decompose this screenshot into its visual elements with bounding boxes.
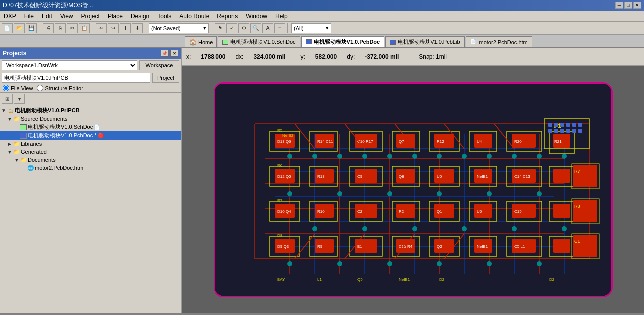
tb9[interactable]: ⬇ — [132, 23, 143, 33]
tb6[interactable]: ↩ — [96, 23, 107, 33]
tab-pcbLib[interactable]: 电机驱动模块V1.0.PcbLib — [385, 36, 464, 47]
docs-folder-icon: 📁 — [20, 156, 28, 163]
project-button[interactable]: Project — [152, 73, 179, 83]
tb3[interactable]: ⎘ — [55, 23, 66, 33]
sidebar-pin-button[interactable]: 📌 — [161, 50, 169, 57]
svg-point-110 — [312, 226, 317, 231]
tb10[interactable]: ⚑ — [215, 23, 225, 33]
dx-value: 324.000 mil — [253, 53, 285, 60]
tab-schDoc[interactable]: 电机驱动模块V1.0.SchDoc — [218, 36, 300, 47]
tb11[interactable]: ✓ — [226, 23, 237, 33]
structure-editor-radio[interactable]: Structure Editor — [37, 85, 83, 91]
sidebar-tb1[interactable]: ⊞ — [2, 94, 13, 104]
sidebar-header-controls: 📌 ✕ — [161, 50, 178, 57]
root-label: 电机驱动模块V1.0.PriPCB — [15, 107, 80, 114]
new-button[interactable]: 📄 — [2, 23, 13, 33]
tree-htm[interactable]: ► 🌐 motor2.PcbDoc.htm — [0, 164, 181, 172]
close-button[interactable]: ✕ — [633, 2, 641, 9]
open-button[interactable]: 📂 — [14, 23, 25, 33]
svg-point-109 — [537, 191, 542, 196]
tree-schDoc[interactable]: ► 电机驱动模块V1.0.SchDoc 📄 — [0, 123, 181, 131]
tree-libraries[interactable]: ► 📁 Libraries — [0, 140, 181, 148]
svg-point-116 — [287, 261, 292, 266]
menu-design[interactable]: Design — [127, 12, 153, 21]
y-label: y: — [300, 53, 305, 60]
not-saved-dropdown[interactable]: (Not Saved) ▾ — [149, 23, 209, 33]
svg-text:R12: R12 — [437, 139, 444, 144]
menu-view[interactable]: View — [56, 12, 77, 21]
menu-tools[interactable]: Tools — [153, 12, 175, 21]
snap-value: Snap: 1mil — [419, 53, 447, 60]
workspace-dropdown[interactable]: Workspace1.DsnWrk — [2, 60, 137, 70]
print-button[interactable]: 🖨 — [43, 23, 54, 33]
htm-icon: 📄 — [470, 39, 477, 46]
svg-point-95 — [362, 154, 367, 159]
menu-edit[interactable]: Edit — [38, 12, 56, 21]
tb8[interactable]: ⬆ — [120, 23, 131, 33]
svg-text:R9: R9 — [317, 244, 323, 249]
tb7[interactable]: ↪ — [108, 23, 119, 33]
sidebar-close-button[interactable]: ✕ — [170, 50, 178, 57]
svg-rect-163 — [554, 123, 558, 127]
svg-point-119 — [437, 261, 442, 266]
save-button[interactable]: 💾 — [26, 23, 37, 33]
svg-text:NeIB1: NeIB1 — [477, 244, 488, 249]
svg-text:C9: C9 — [357, 174, 363, 179]
tb13[interactable]: 🔍 — [250, 23, 261, 33]
menu-project[interactable]: Project — [77, 12, 104, 21]
tab-home[interactable]: 🏠 Home — [185, 36, 217, 47]
y-value: 582.000 — [315, 53, 337, 60]
menu-place[interactable]: Place — [104, 12, 127, 21]
menu-window[interactable]: Window — [242, 12, 271, 21]
menu-file[interactable]: File — [20, 12, 38, 21]
tree-source-docs[interactable]: ▼ 📁 Source Documents — [0, 115, 181, 123]
svg-text:R14 C11: R14 C11 — [317, 139, 333, 144]
minimize-button[interactable]: ─ — [615, 2, 623, 9]
workspace-button[interactable]: Workspace — [139, 60, 179, 70]
main-layout: Projects 📌 ✕ Workspace1.DsnWrk Workspace… — [0, 48, 644, 313]
svg-rect-75 — [553, 169, 570, 183]
svg-text:C15: C15 — [514, 209, 522, 214]
tab-htm[interactable]: 📄 motor2.PcbDoc.htm — [466, 36, 532, 47]
svg-text:R13: R13 — [317, 174, 325, 179]
tb14[interactable]: A — [262, 23, 273, 33]
svg-point-113 — [462, 226, 467, 231]
svg-point-111 — [362, 226, 367, 231]
svg-text:R6: R6 — [277, 163, 283, 168]
svg-text:R7: R7 — [277, 198, 283, 203]
dy-label: dy: — [347, 53, 355, 60]
maximize-button[interactable]: □ — [624, 2, 632, 9]
svg-rect-169 — [554, 129, 558, 133]
svg-text:D12 Q5: D12 Q5 — [277, 174, 291, 179]
svg-point-93 — [312, 154, 317, 159]
tb4[interactable]: ✂ — [67, 23, 78, 33]
tree-documents-sub[interactable]: ▼ 📁 Documents — [0, 156, 181, 164]
menu-auto-route[interactable]: Auto Route — [175, 12, 213, 21]
tb5[interactable]: 📋 — [79, 23, 90, 33]
pcb-canvas[interactable]: 1 2 3 4 Motor 1 Motor 2 — [182, 66, 644, 313]
svg-text:NeIB1: NeIB1 — [477, 174, 488, 179]
tb12[interactable]: ⚙ — [238, 23, 249, 33]
svg-text:U6: U6 — [477, 209, 482, 214]
project-input[interactable] — [2, 73, 150, 83]
tb15[interactable]: ≡ — [274, 23, 285, 33]
svg-point-106 — [387, 191, 392, 196]
source-docs-label: Source Documents — [21, 116, 68, 122]
menu-reports[interactable]: Reports — [213, 12, 242, 21]
file-view-radio[interactable]: File View — [3, 85, 33, 91]
project-tree: ▼ 🗂 电机驱动模块V1.0.PriPCB ▼ 📁 Source Documen… — [0, 105, 181, 313]
svg-rect-164 — [560, 123, 564, 127]
menu-dxp[interactable]: DXP — [0, 12, 20, 21]
tab-pcbDoc[interactable]: 电机驱动模块V1.0.PcbDoc — [301, 36, 385, 47]
coords-bar: x: 1788.000 dx: 324.000 mil y: 582.000 d… — [182, 48, 644, 66]
sidebar-tb2[interactable]: ▾ — [14, 94, 25, 104]
menu-help[interactable]: Help — [271, 12, 292, 21]
tree-generated[interactable]: ▼ 📁 Generated — [0, 148, 181, 156]
tree-root[interactable]: ▼ 🗂 电机驱动模块V1.0.PriPCB — [0, 106, 181, 115]
pcb-board: 1 2 3 4 Motor 1 Motor 2 — [214, 82, 613, 297]
svg-text:C1: C1 — [574, 239, 580, 244]
svg-text:Q5: Q5 — [357, 277, 363, 282]
tree-pcbDoc[interactable]: ► 电机驱动模块V1.0.PcbDoc * 🔴 — [0, 131, 181, 140]
all-dropdown[interactable]: (All) ▾ — [291, 23, 331, 33]
svg-text:Q7: Q7 — [399, 139, 404, 144]
